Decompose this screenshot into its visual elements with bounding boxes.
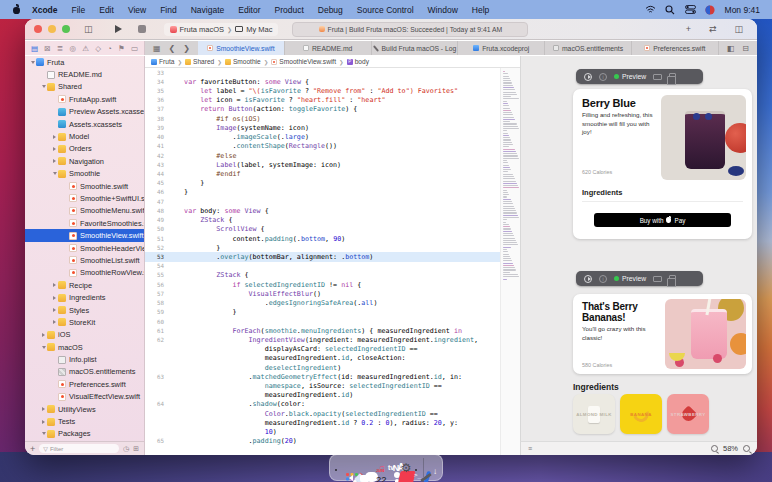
run-button[interactable] <box>115 25 122 33</box>
code-editor[interactable]: 3334 var favoriteButton: some View {35 l… <box>145 68 520 455</box>
sidebar-item-readme-md[interactable]: README.md <box>25 68 144 80</box>
tab-preferences-swift[interactable]: Preferences.swift <box>632 41 719 55</box>
source-control-navigator-icon[interactable]: ⊠ <box>44 44 50 53</box>
back-button[interactable]: ❮ <box>169 44 176 53</box>
ingredient-card-banana[interactable]: BANANA <box>620 394 662 434</box>
ingredient-card-strawberry[interactable]: STRAWBERRY <box>667 394 709 434</box>
menu-clock[interactable]: Mon 9:41 <box>725 5 760 15</box>
breadcrumb-item-shared[interactable]: Shared <box>185 58 214 65</box>
tab-macos-entitlements[interactable]: macOS.entitlements <box>545 41 632 55</box>
tab-smoothieview-swift[interactable]: SmoothieView.swift <box>198 41 285 55</box>
disclosure-closed[interactable] <box>40 407 47 411</box>
issue-navigator-icon[interactable]: ⚠ <box>82 44 89 53</box>
sidebar-item-smoothie[interactable]: Smoothie <box>25 168 144 180</box>
preview-on-device-icon[interactable] <box>653 74 662 80</box>
sidebar-item-frutaapp-swift[interactable]: FrutaApp.swift <box>25 93 144 105</box>
sidebar-item-styles[interactable]: Styles <box>25 304 144 316</box>
canvas-layout-icon[interactable]: ≡ <box>528 445 533 452</box>
disclosure-open[interactable] <box>51 172 58 175</box>
tab-fruta-xcodeproj[interactable]: Fruta.xcodeproj <box>458 41 545 55</box>
canvas-zoom-level[interactable]: 58% <box>723 444 738 453</box>
zoom-out-icon[interactable] <box>711 445 718 452</box>
scheme-selector[interactable]: Fruta macOS ❯ My Mac <box>164 23 279 36</box>
live-preview-icon-2[interactable] <box>584 275 592 283</box>
apple-menu-icon[interactable] <box>12 5 21 14</box>
disclosure-closed[interactable] <box>51 296 58 300</box>
toggle-navigator-icon[interactable]: ◫ <box>84 24 93 34</box>
source-control-status-icon[interactable]: ⊞ <box>133 445 139 453</box>
add-file-button[interactable]: + <box>30 444 35 454</box>
editor-options-icon[interactable]: ◫ <box>734 24 743 34</box>
sidebar-item-assets-xcassets[interactable]: Assets.xcassets <box>25 118 144 130</box>
zoom-in-icon[interactable] <box>743 445 750 452</box>
disclosure-open[interactable] <box>40 85 47 88</box>
sidebar-item-ios[interactable]: iOS <box>25 329 144 341</box>
sidebar-item-storekit[interactable]: StoreKit <box>25 316 144 328</box>
disclosure-closed[interactable] <box>51 308 58 312</box>
close-window-button[interactable] <box>34 25 42 33</box>
minimap[interactable] <box>500 68 520 455</box>
duplicate-preview-icon-2[interactable] <box>669 275 676 282</box>
sidebar-item-utilityviews[interactable]: UtilityViews <box>25 403 144 415</box>
stop-button[interactable] <box>138 25 146 33</box>
forward-button[interactable]: ❯ <box>183 44 190 53</box>
disclosure-closed[interactable] <box>51 147 58 151</box>
library-plus-icon[interactable]: + <box>686 24 691 34</box>
sidebar-item-visualeffectview-swift[interactable]: VisualEffectView.swift <box>25 391 144 403</box>
disclosure-closed[interactable] <box>51 159 58 163</box>
sidebar-item-smoothieview-swift[interactable]: SmoothieView.swift <box>25 229 144 241</box>
find-navigator-icon[interactable]: ◎ <box>69 44 76 53</box>
preview-inspect-icon-2[interactable]: i <box>599 275 607 283</box>
breadcrumb-item-smoothie[interactable]: Smoothie <box>225 58 261 65</box>
menu-item-source-control[interactable]: Source Control <box>350 5 421 15</box>
filter-field[interactable]: ▽ Filter <box>39 444 119 453</box>
sidebar-item-info-plist[interactable]: Info.plist <box>25 353 144 365</box>
sidebar-item-smoothieheaderview-swift[interactable]: SmoothieHeaderView.swift <box>25 242 144 254</box>
minimize-window-button[interactable] <box>48 25 56 33</box>
tab-build-fruta-macos-log[interactable]: Build Fruta macOS - Log <box>372 41 459 55</box>
sidebar-item-preview-assets-xcassets[interactable]: Preview Assets.xcassets <box>25 106 144 118</box>
disclosure-closed[interactable] <box>51 135 58 139</box>
account-icon[interactable] <box>705 4 716 15</box>
preview-inspect-icon[interactable]: i <box>599 73 607 81</box>
control-center-icon[interactable] <box>685 4 696 15</box>
disclosure-open[interactable] <box>40 432 47 435</box>
sidebar-item-smoothiemenu-swift[interactable]: SmoothieMenu.swift <box>25 205 144 217</box>
sidebar-item-recipe[interactable]: Recipe <box>25 279 144 291</box>
buy-with-apple-pay-button[interactable]: Buy with Pay <box>594 213 731 227</box>
sidebar-item-smoothielist-swift[interactable]: SmoothieList.swift <box>25 254 144 266</box>
project-navigator-icon[interactable]: ▤ <box>31 44 38 53</box>
ingredient-card-almond-milk[interactable]: ALMOND MILK <box>573 394 615 434</box>
sidebar-item-navigation[interactable]: Navigation <box>25 155 144 167</box>
tab-readme-md[interactable]: README.md <box>285 41 372 55</box>
code-review-icon[interactable]: ⇄ <box>709 24 717 34</box>
menu-item-file[interactable]: File <box>65 5 93 15</box>
sidebar-item-model[interactable]: Model <box>25 130 144 142</box>
sidebar-item-preferences-swift[interactable]: Preferences.swift <box>25 378 144 390</box>
disclosure-open[interactable] <box>40 346 47 349</box>
disclosure-open[interactable] <box>29 61 36 64</box>
live-preview-icon[interactable] <box>584 73 592 81</box>
recent-files-icon[interactable]: ◷ <box>123 445 129 453</box>
duplicate-preview-icon[interactable] <box>669 73 676 80</box>
disclosure-closed[interactable] <box>40 420 47 424</box>
menu-item-find[interactable]: Find <box>153 5 184 15</box>
breadcrumb-item-fruta[interactable]: Fruta <box>151 58 174 65</box>
sidebar-item-smoothie-swift[interactable]: Smoothie.swift <box>25 180 144 192</box>
menu-item-editor[interactable]: Editor <box>231 5 267 15</box>
disclosure-closed[interactable] <box>40 333 47 337</box>
sidebar-item-shared[interactable]: Shared <box>25 81 144 93</box>
menu-item-edit[interactable]: Edit <box>92 5 121 15</box>
menu-item-navigate[interactable]: Navigate <box>184 5 232 15</box>
wifi-icon[interactable] <box>645 4 656 15</box>
disclosure-closed[interactable] <box>51 320 58 324</box>
sidebar-item-macos-entitlements[interactable]: macOS.entitlements <box>25 366 144 378</box>
sidebar-item-packages[interactable]: Packages <box>25 428 144 440</box>
related-items-icon[interactable]: ▦ <box>153 44 161 53</box>
zoom-window-button[interactable] <box>62 25 70 33</box>
symbol-navigator-icon[interactable]: ≣ <box>57 44 63 53</box>
menu-item-xcode[interactable]: Xcode <box>25 5 65 15</box>
breadcrumb-item-body[interactable]: Pbody <box>347 58 369 65</box>
breakpoint-navigator-icon[interactable]: ⚑ <box>118 44 125 53</box>
report-navigator-icon[interactable]: ▭ <box>131 44 138 53</box>
